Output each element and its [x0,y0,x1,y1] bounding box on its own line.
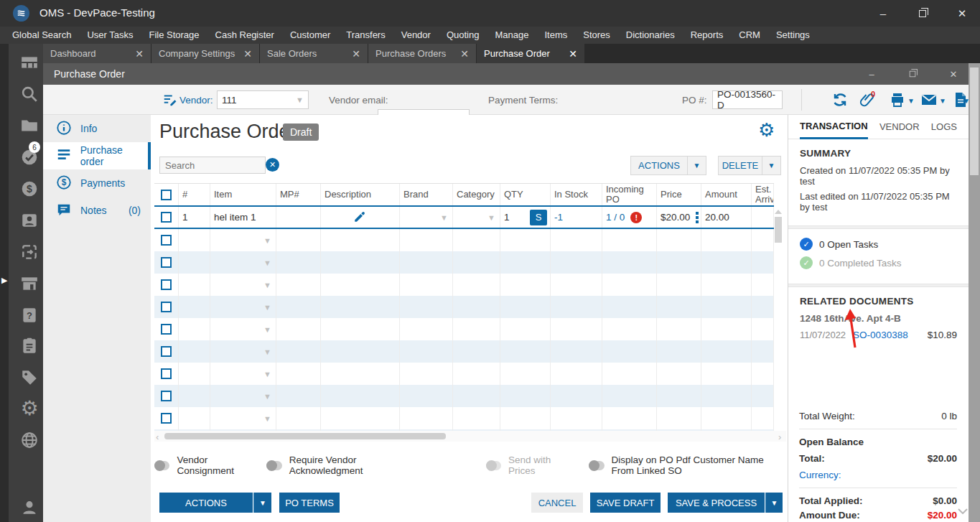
window-minimize-button[interactable]: – [867,0,900,27]
empty-item-row[interactable]: ▼ [154,340,774,363]
delete-dropdown-caret[interactable]: ▼ [762,156,781,175]
actions-button[interactable]: ACTIONS [630,156,688,175]
cancel-button[interactable]: CANCEL [531,493,583,513]
table-hscrollbar[interactable] [164,433,446,439]
search-clear-icon[interactable]: ✕ [266,158,279,172]
nav-item-info[interactable]: Info [43,115,151,142]
clipboard-list-icon[interactable] [19,335,40,357]
tab-dashboard[interactable]: Dashboard✕ [43,44,151,63]
column-header-brand[interactable]: Brand [400,184,453,205]
save-process-caret[interactable]: ▼ [765,493,783,513]
chevron-down-icon[interactable]: ▼ [263,414,271,423]
toggle-switch[interactable] [154,461,169,470]
email-dropdown-caret[interactable]: ▼ [939,97,946,105]
tab-close-icon[interactable]: ✕ [456,48,469,60]
tab-purchase-order[interactable]: Purchase Order✕ [477,44,584,63]
tab-close-icon[interactable]: ✕ [131,48,144,60]
item-row[interactable]: 1hel item 1▼▼1S-11 / 0!$20.0020.00 [154,207,774,229]
tab-company-settings[interactable]: Company Settings✕ [151,44,259,63]
table-vscrollbar[interactable] [775,217,782,243]
chevron-down-icon[interactable]: ▼ [263,370,271,378]
menu-item-file-storage[interactable]: File Storage [141,27,207,44]
search-icon[interactable] [19,83,40,105]
column-header-#[interactable]: # [179,184,210,205]
empty-item-row[interactable]: ▼ [154,318,774,340]
column-header-item[interactable]: Item [210,184,276,205]
save-draft-button[interactable]: SAVE DRAFT [590,493,661,513]
tasks-check-icon[interactable]: 6 [19,146,40,168]
user-icon[interactable] [19,497,40,518]
window-restore-button[interactable] [906,0,939,27]
transfer-icon[interactable] [19,241,40,263]
panel-tab-vendor[interactable]: VENDOR [879,115,920,139]
tab-close-icon[interactable]: ✕ [564,48,577,60]
menu-item-vendor[interactable]: Vendor [393,27,439,44]
actions-dropdown-caret[interactable]: ▼ [687,156,706,175]
search-input[interactable] [159,157,266,174]
doc-minimize-button[interactable]: – [857,63,886,85]
row-checkbox[interactable] [161,413,172,424]
menu-item-crm[interactable]: CRM [731,27,768,44]
panel-tab-transaction[interactable]: TRANSACTION [800,115,868,139]
contact-card-icon[interactable] [19,210,40,231]
menu-item-dictionaries[interactable]: Dictionaries [618,27,683,44]
column-header-category[interactable]: Category [453,184,500,205]
chevron-down-icon[interactable]: ▼ [263,281,271,289]
menu-item-reports[interactable]: Reports [683,27,732,44]
column-header-in-stock[interactable]: In Stock [551,184,602,205]
dashboard-icon[interactable] [19,52,40,73]
nav-item-notes[interactable]: Notes(0) [43,197,151,224]
tab-sale-orders[interactable]: Sale Orders✕ [260,44,368,63]
menu-item-cash-register[interactable]: Cash Register [207,27,282,44]
footer-actions-caret[interactable]: ▼ [253,493,271,513]
column-header-mp#[interactable]: MP# [276,184,321,205]
menu-item-global-search[interactable]: Global Search [4,27,79,44]
email-envelope-icon[interactable] [920,91,938,108]
row-checkbox[interactable] [161,346,172,357]
doc-close-button[interactable]: ✕ [939,63,968,85]
menu-item-settings[interactable]: Settings [768,27,818,44]
print-dropdown-caret[interactable]: ▼ [907,97,915,105]
price-menu-kebab-icon[interactable] [696,212,699,223]
toggle-require-vendor-acknowledgment[interactable]: Require Vendor Acknowledgment [266,455,400,476]
refresh-icon[interactable] [831,91,849,108]
window-scrollbar-thumb[interactable] [970,67,979,175]
chevron-down-icon[interactable]: ▼ [263,303,271,312]
chevron-down-icon[interactable]: ▼ [263,392,271,401]
store-icon[interactable] [19,273,40,294]
folder-icon[interactable] [19,115,40,136]
toggle-display-on-po-pdf-customer-name-from-linked-so[interactable]: Display on PO Pdf Customer Name From Lin… [589,455,786,476]
toggle-vendor-consignment[interactable]: Vendor Consignment [154,455,246,476]
edit-description-pencil-icon[interactable] [353,210,368,225]
row-checkbox[interactable] [161,190,172,200]
empty-item-row[interactable]: ▼ [154,296,774,318]
empty-item-row[interactable]: ▼ [154,407,774,429]
incoming-po-warning-icon[interactable]: ! [630,212,642,223]
menu-item-customer[interactable]: Customer [282,27,338,44]
empty-item-row[interactable]: ▼ [154,251,774,274]
chevron-down-icon[interactable]: ▼ [440,213,448,222]
currency-row[interactable]: Currency: [788,467,969,483]
tab-close-icon[interactable]: ✕ [347,48,360,60]
menu-item-manage[interactable]: Manage [487,27,536,44]
hscroll-right-chevron[interactable]: › [778,432,781,442]
table-vscroll-up[interactable] [775,210,782,214]
column-header-description[interactable]: Description [321,184,400,205]
nav-item-payments[interactable]: $Payments [43,169,151,197]
dollar-icon[interactable]: $ [19,178,40,200]
vendor-select[interactable]: 111▼ [217,90,309,109]
tab-close-icon[interactable]: ✕ [239,48,252,60]
window-close-button[interactable]: ✕ [946,0,979,27]
po-terms-button[interactable]: PO TERMS [279,493,340,513]
row-checkbox[interactable] [161,324,172,335]
chevron-down-icon[interactable]: ▼ [263,348,271,356]
menu-item-user-tasks[interactable]: User Tasks [79,27,141,44]
menu-item-quoting[interactable]: Quoting [439,27,487,44]
chevron-down-icon[interactable]: ▼ [263,258,271,267]
print-icon[interactable] [889,91,906,108]
empty-item-row[interactable]: ▼ [154,229,774,251]
empty-item-row[interactable]: ▼ [154,385,774,407]
row-checkbox[interactable] [161,391,172,401]
chevron-down-icon[interactable]: ▼ [487,213,495,222]
column-header-price[interactable]: Price [657,184,701,205]
